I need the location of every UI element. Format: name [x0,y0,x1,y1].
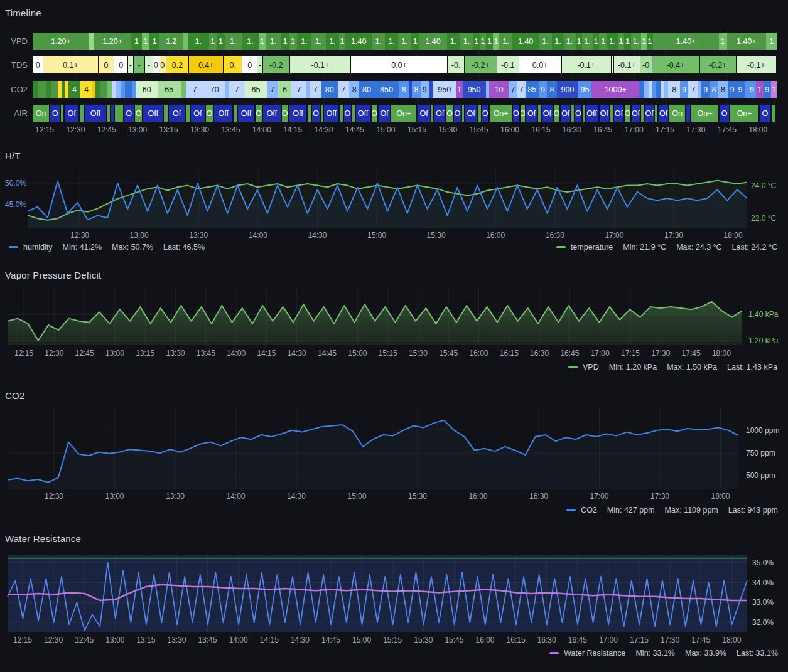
state-segment [112,81,116,98]
panel-title-wr[interactable]: Water Resistance [5,533,81,544]
state-segment: 1 [131,33,142,50]
panel-title-ht[interactable]: H/T [5,151,21,161]
x-tick-label: 16:00 [500,125,519,134]
panel-title-timeline[interactable]: Timeline [5,8,41,18]
legend-stat-max: Max: 1.50 kPa [667,363,717,371]
state-segment: 1.20+ [94,33,131,50]
state-segment: 1. [225,33,242,50]
state-segment: Of [169,105,185,122]
y-tick-label: 35.0% [752,558,774,567]
state-segment: 9 [421,81,429,98]
state-segment [116,81,121,98]
state-segment: 0 [33,56,43,73]
state-segment: 9 [748,81,756,98]
legend-item: humidityMin: 41.2%Max: 50.7%Last: 46.5% [9,243,205,252]
x-tick-label: 15:15 [407,125,426,134]
x-tick-label: 15:00 [367,231,386,240]
state-segment: - [257,56,262,73]
state-segment: 0 [114,56,127,73]
x-tick-label: 13:45 [198,636,217,644]
x-tick-label: 16:45 [593,125,612,134]
co2-plot[interactable] [0,407,788,489]
state-segment: Of [614,105,623,122]
state-segment: On+ [730,105,758,122]
y-tick-label: 45.0% [5,200,26,209]
state-segment [610,105,613,122]
legend-series-name[interactable]: temperature [571,243,613,252]
x-tick-label: 15:30 [427,231,446,240]
timeline-row-label-tds: TDS [0,60,28,70]
timeline-row-vpd[interactable]: 1.20+1.20+1111.21.111.1.11.111.1.1.11.40… [33,33,777,50]
x-tick-label: 12:30 [44,636,63,644]
state-segment: 1 [480,33,486,50]
vpd-plot[interactable] [0,286,788,345]
x-tick-label: 13:30 [166,492,185,501]
x-tick-label: 15:45 [445,636,463,644]
state-segment: 1.2 [159,33,183,50]
panel-title-co2[interactable]: CO2 [5,390,24,401]
legend-stat-min: Min: 41.2% [63,243,102,252]
state-segment: 8 [718,81,728,98]
state-segment: On [669,105,685,122]
state-segment [100,81,107,98]
ht-plot[interactable] [0,168,788,228]
state-segment: 8 [710,81,718,98]
state-segment [234,105,237,122]
legend-series-name[interactable]: humidity [23,243,53,252]
state-segment: -0.1+ [737,56,777,73]
state-segment [107,81,112,98]
state-segment: On+ [490,105,512,122]
state-segment: Off [356,105,370,122]
state-segment: 8 [349,81,359,98]
legend-stat-last: Last: 46.5% [163,243,205,252]
state-segment: 0.4+ [189,56,223,73]
y-tick-label: 1.20 kPa [748,336,778,345]
timeline-row-label-vpd: VPD [0,36,28,46]
state-segment: 0 [242,56,257,73]
timeline-row-co2[interactable]: 4460657707657677807880850889950195010778… [33,81,777,98]
state-segment: O [135,105,143,122]
panel-title-vpd[interactable]: Vapor Pressure Deficit [5,270,101,280]
timeline-row-air[interactable]: OnOOfOffOOOffOfOfOOffOffOOffOOffOOffOOff… [33,105,777,122]
x-tick-label: 12:30 [66,125,85,134]
state-segment: Of [434,105,445,122]
state-segment: -0.2+ [465,56,496,73]
ht-legend-temperature: temperatureMin: 21.9 °CMax: 24.3 °CLast:… [556,243,777,252]
x-tick-label: 13:30 [166,349,185,358]
state-segment: -0.4+ [652,56,699,73]
state-segment: 7 [517,81,526,98]
legend-series-name[interactable]: VPD [583,363,599,371]
state-segment: 9 [701,81,710,98]
state-segment: O [446,105,453,122]
x-tick-label: 12:30 [45,492,63,501]
x-tick-label: 14:00 [252,125,271,134]
x-tick-label: 17:45 [682,349,701,358]
state-segment [181,81,186,98]
legend-stat-max: Max: 24.3 °C [676,243,721,252]
state-segment: 1 [411,33,419,50]
wr-plot[interactable] [0,555,788,632]
state-segment: Off [324,105,338,122]
state-segment: 80 [321,81,338,98]
state-segment: -0.2+ [700,56,736,73]
x-tick-label: 16:30 [563,125,581,134]
legend-stat-max: Max: 1109 ppm [665,506,718,515]
legend-stat-last: Last: 33.1% [737,649,778,658]
x-tick-label: 14:30 [291,636,310,644]
ht-legend-humidity: humidityMin: 41.2%Max: 50.7%Last: 46.5% [9,243,205,252]
state-segment: 1. [297,33,311,50]
state-segment: 1 [339,33,345,50]
x-tick-label: 14:00 [229,636,248,644]
state-segment: 1 [719,33,727,50]
state-segment: 60 [136,81,158,98]
legend-series-name[interactable]: CO2 [581,506,597,515]
x-tick-label: 14:15 [257,349,276,358]
state-segment [538,105,541,122]
state-segment [321,105,323,122]
timeline-row-tds[interactable]: 00.1+00---000.20.4+0.0--0.2-0.1+0.0+-0.-… [33,56,777,73]
y-tick-label: 750 ppm [746,449,775,457]
x-tick-label: 13:15 [136,349,154,358]
state-segment: On [33,105,49,122]
legend-series-name[interactable]: Water Resistance [564,649,625,658]
state-segment: 9 [764,81,771,98]
